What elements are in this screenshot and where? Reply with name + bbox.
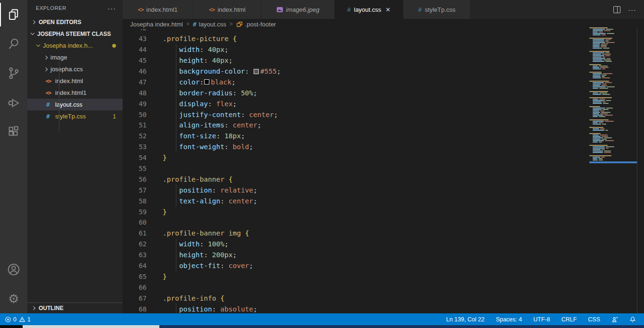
code-editor[interactable]: 4243.profile-picture {44 width: 40px;45 … — [123, 29, 589, 313]
code-line[interactable]: 46 background-color: #555; — [123, 66, 589, 77]
minimap-line — [589, 82, 637, 83]
status-ln[interactable]: Ln 139, Col 22 — [443, 316, 487, 323]
color-swatch[interactable] — [204, 79, 209, 84]
split-editor-icon[interactable] — [613, 6, 620, 13]
code-content: font-size: 18px; — [163, 131, 245, 142]
feedback-icon[interactable] — [608, 316, 621, 323]
code-line[interactable]: 52 font-size: 18px; — [123, 131, 589, 142]
code-line[interactable]: 54} — [123, 152, 589, 163]
bell-icon[interactable] — [626, 316, 639, 323]
line-number: 52 — [123, 132, 147, 140]
tree-item-image[interactable]: image — [27, 51, 123, 63]
html-file-icon: <> — [138, 6, 143, 13]
code-line[interactable]: 67.profile-info { — [123, 293, 589, 303]
tab-image6-jpeg[interactable]: image6.jpeg — [262, 0, 335, 19]
tree-item-josepha-index-h-[interactable]: Josepha index.h... — [27, 40, 123, 51]
code-line[interactable]: 50 justify-content: center; — [123, 109, 589, 120]
source-control-icon[interactable] — [0, 59, 27, 88]
code-line[interactable]: 48 border-radius: 50%; — [123, 87, 589, 98]
extensions-icon[interactable] — [0, 117, 27, 146]
code-content: justify-content: center; — [163, 109, 278, 120]
tree-item-label: index.html1 — [55, 89, 86, 96]
tab-layout-css[interactable]: #layout.css✕ — [335, 0, 404, 19]
code-line[interactable]: 53 font-weight: bold; — [123, 142, 589, 152]
code-line[interactable]: 61.profile-banner img { — [123, 228, 589, 239]
workspace-section[interactable]: JOSEPHA STEEMIT CLASS — [27, 28, 123, 40]
code-line[interactable]: 44 width: 40px; — [123, 44, 589, 55]
code-line[interactable]: 63 height: 200px; — [123, 250, 589, 261]
minimap-line — [589, 86, 637, 87]
tree-item-index-html[interactable]: <>index.html — [27, 75, 123, 87]
html-file-icon: <> — [44, 90, 52, 96]
minimap-line — [589, 75, 637, 76]
minimap-line — [589, 130, 637, 131]
code-line[interactable]: 57 position: relative; — [123, 185, 589, 195]
minimap-line — [589, 48, 637, 49]
open-editors-section[interactable]: OPEN EDITORS — [27, 16, 123, 28]
code-line[interactable]: 62 width: 100%; — [123, 239, 589, 250]
run-debug-icon[interactable] — [0, 88, 27, 117]
code-line[interactable]: 58 text-align: center; — [123, 195, 589, 206]
chevron-right-icon — [44, 55, 48, 59]
code-content: } — [163, 152, 167, 163]
code-line[interactable]: 59} — [123, 206, 589, 217]
explorer-title: EXPLORER — [36, 5, 66, 11]
minimap-line — [589, 32, 637, 33]
line-number: 45 — [123, 57, 147, 64]
code-line[interactable]: 65} — [123, 271, 589, 282]
status-css[interactable]: CSS — [585, 316, 603, 323]
minimap-line — [589, 88, 637, 89]
settings-gear-icon[interactable]: ⚙ — [0, 284, 27, 313]
tree-item-josepha-ccs[interactable]: josepha.ccs — [27, 63, 123, 75]
code-line[interactable]: 47 color:black; — [123, 76, 589, 87]
code-line[interactable]: 55 — [123, 163, 589, 174]
minimap-line — [589, 113, 637, 114]
explorer-more-actions-icon[interactable]: ··· — [107, 4, 116, 12]
code-line[interactable]: 49 display: flex; — [123, 98, 589, 109]
line-number: 63 — [123, 251, 147, 259]
minimap-line — [589, 151, 637, 151]
editor-more-actions-icon[interactable]: ··· — [628, 6, 636, 14]
breadcrumb-label: layout.css — [199, 21, 226, 28]
code-line[interactable]: 68 position: absolute; — [123, 303, 589, 313]
code-line[interactable]: 42 — [123, 29, 589, 34]
line-number: 47 — [123, 78, 147, 86]
explorer-icon[interactable] — [0, 0, 27, 29]
minimap-line — [589, 101, 637, 102]
code-line[interactable]: 51 align-items: center; — [123, 120, 589, 131]
problems-errors[interactable]: 0 — [5, 316, 17, 323]
minimap-line — [589, 84, 637, 84]
status-crlf[interactable]: CRLF — [558, 316, 580, 323]
code-content: position: absolute; — [163, 303, 257, 313]
line-number: 64 — [123, 262, 147, 269]
tree-item-index-html1[interactable]: <>index.html1 — [27, 87, 123, 99]
account-icon[interactable] — [0, 255, 27, 284]
code-line[interactable]: 56.profile-banner { — [123, 174, 589, 185]
minimap[interactable] — [589, 27, 637, 313]
line-number: 57 — [123, 186, 147, 194]
tree-item-styletp-css[interactable]: #styleTp.css1 — [27, 110, 123, 122]
minimap-line — [589, 76, 637, 77]
line-number: 46 — [123, 67, 147, 75]
breadcrumb-item[interactable]: .post-footer — [236, 21, 276, 28]
status-spaces[interactable]: Spaces: 4 — [493, 316, 526, 323]
code-line[interactable]: 64 object-fit: cover; — [123, 261, 589, 271]
problems-warnings[interactable]: 1 — [19, 316, 31, 323]
breadcrumb-item[interactable]: Josepha index.html — [130, 21, 183, 28]
outline-section[interactable]: OUTLINE — [27, 303, 123, 313]
breadcrumb-item[interactable]: #layout.css — [193, 21, 226, 28]
tab-styletp-css[interactable]: #styleTp.css — [404, 0, 471, 19]
minimap-line — [589, 30, 637, 31]
tree-item-layout-css[interactable]: #layout.css — [27, 99, 123, 110]
code-line[interactable]: 45 height: 40px; — [123, 55, 589, 66]
close-icon[interactable]: ✕ — [386, 6, 391, 13]
code-line[interactable]: 60 — [123, 217, 589, 228]
tab-index-html1[interactable]: <>index.html1 — [123, 0, 193, 19]
search-icon[interactable] — [0, 29, 27, 59]
code-line[interactable]: 66 — [123, 282, 589, 293]
color-swatch[interactable] — [254, 69, 259, 74]
code-line[interactable]: 43.profile-picture { — [123, 34, 589, 44]
status-utf-8[interactable]: UTF-8 — [530, 316, 553, 323]
tab-index-html[interactable]: <>index.html — [193, 0, 262, 19]
line-number: 59 — [123, 208, 147, 216]
